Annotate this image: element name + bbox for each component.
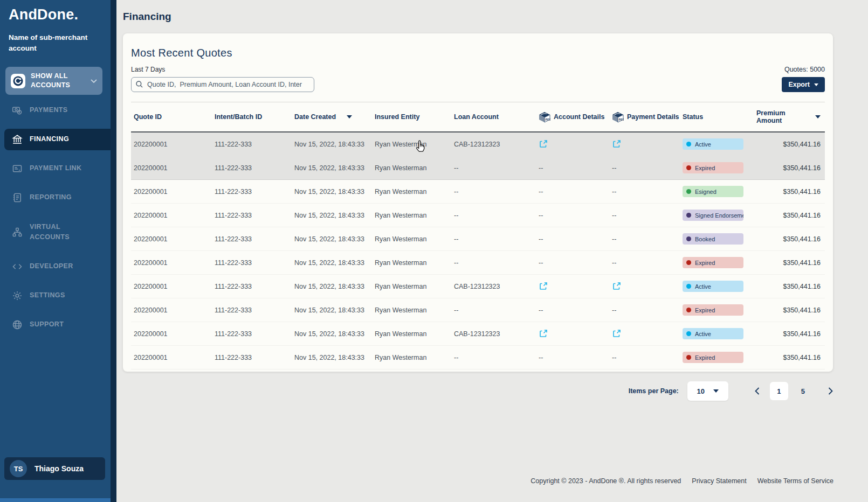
- account-details-cell: --: [536, 235, 609, 243]
- intent-batch-id-cell: 111-222-333: [212, 164, 292, 172]
- premium-amount-cell: $350,441.16: [754, 212, 825, 219]
- select-caret-icon: [713, 389, 719, 393]
- table-row[interactable]: 202200001 111-222-333 Nov 15, 2022, 18:4…: [131, 251, 825, 275]
- payment-details-cell: --: [609, 354, 680, 361]
- page-title: Financing: [123, 11, 171, 23]
- panel-title: Most Recent Quotes: [131, 47, 825, 59]
- payment-details-external-link-icon[interactable]: [609, 329, 680, 338]
- quote-id-cell: 202200001: [131, 283, 212, 290]
- premium-amount-cell: $350,441.16: [754, 188, 825, 196]
- export-button[interactable]: Export: [782, 77, 825, 92]
- terms-of-service-link[interactable]: Website Terms of Service: [757, 477, 833, 485]
- sort-desc-icon[interactable]: [815, 115, 821, 118]
- sidebar-bottom-strip: [0, 498, 111, 502]
- sidebar-item-virtual-accounts[interactable]: VIRTUAL ACCOUNTS: [0, 216, 111, 248]
- table-row[interactable]: 202200001 111-222-333 Nov 15, 2022, 18:4…: [131, 322, 825, 346]
- col-date-created[interactable]: Date Created: [292, 113, 372, 121]
- table-row[interactable]: 202200001 111-222-333 Nov 15, 2022, 18:4…: [131, 346, 825, 369]
- user-menu[interactable]: TS Thiago Souza: [4, 457, 105, 480]
- main-content: Financing Most Recent Quotes Last 7 Days…: [116, 0, 868, 502]
- account-details-cell: --: [536, 212, 609, 219]
- show-all-accounts-label: SHOW ALL ACCOUNTS: [31, 72, 85, 90]
- sidebar-item-support[interactable]: SUPPORT: [0, 314, 111, 336]
- intent-batch-id-cell: 111-222-333: [212, 235, 292, 243]
- virtual-accounts-icon: [12, 227, 23, 238]
- sidebar-nav: PAYMENTS FINANCING PAYMENT LINK REPORTIN…: [0, 100, 111, 343]
- table-row[interactable]: 202200001 111-222-333 Nov 15, 2022, 18:4…: [131, 275, 825, 298]
- sidebar-item-payments[interactable]: PAYMENTS: [0, 100, 111, 121]
- insured-entity-cell: Ryan Westerman: [372, 259, 451, 267]
- sidebar-item-payment-link[interactable]: PAYMENT LINK: [0, 158, 111, 179]
- loan-account-cell: --: [451, 354, 536, 361]
- status-dot-icon: [686, 213, 691, 218]
- account-details-external-link-icon[interactable]: [536, 140, 609, 149]
- sidebar-divider: [111, 0, 116, 502]
- intent-batch-id-cell: 111-222-333: [212, 188, 292, 196]
- table-row[interactable]: 202200001 111-222-333 Nov 15, 2022, 18:4…: [131, 227, 825, 251]
- sidebar-item-reporting[interactable]: REPORTING: [0, 187, 111, 208]
- account-details-external-link-icon[interactable]: [536, 329, 609, 338]
- sidebar-item-financing[interactable]: FINANCING: [4, 129, 111, 150]
- svg-text:PFS: PFS: [546, 118, 550, 121]
- col-status[interactable]: Status: [680, 113, 754, 121]
- gear-icon: [12, 290, 23, 301]
- date-range-label: Last 7 Days: [131, 66, 165, 73]
- loan-account-cell: --: [451, 235, 536, 243]
- footer: Copyright © 2023 - AndDone ®. All rights…: [531, 477, 833, 485]
- sort-desc-icon[interactable]: [347, 115, 352, 118]
- page-button-last[interactable]: 5: [801, 387, 805, 395]
- insured-entity-cell: Ryan Westerman: [372, 164, 451, 172]
- account-details-external-link-icon[interactable]: [536, 282, 609, 291]
- next-page-button[interactable]: [828, 387, 833, 395]
- insured-entity-cell: Ryan Westerman: [372, 306, 451, 314]
- show-all-accounts-button[interactable]: SHOW ALL ACCOUNTS: [5, 67, 102, 95]
- payments-icon: [12, 105, 23, 116]
- table-row[interactable]: 202200001 111-222-333 Nov 15, 2022, 18:4…: [131, 156, 825, 180]
- previous-page-button[interactable]: [754, 387, 760, 395]
- status-cell: Expired: [680, 304, 754, 316]
- status-cell: Active: [680, 281, 754, 292]
- payment-details-external-link-icon[interactable]: [609, 140, 680, 149]
- account-details-cell: --: [536, 354, 609, 361]
- col-quote-id[interactable]: Quote ID: [131, 113, 212, 121]
- status-cell: Expired: [680, 162, 754, 173]
- loan-account-cell: CAB-12312323: [451, 283, 536, 290]
- search-input[interactable]: [131, 77, 314, 92]
- report-icon: [12, 192, 23, 203]
- status-cell: Signed Endorseme..: [680, 210, 754, 221]
- table-header: Quote ID Intent/Batch ID Date Created In…: [131, 102, 825, 133]
- col-intent-batch-id[interactable]: Intent/Batch ID: [212, 113, 292, 121]
- col-payment-details[interactable]: PFS Payment Details: [609, 111, 680, 123]
- date-created-cell: Nov 15, 2022, 18:43:33: [292, 306, 372, 314]
- table-row[interactable]: 202200001 111-222-333 Nov 15, 2022, 18:4…: [131, 180, 825, 204]
- quote-id-cell: 202200001: [131, 212, 212, 219]
- premium-amount-cell: $350,441.16: [754, 235, 825, 243]
- privacy-statement-link[interactable]: Privacy Statement: [692, 477, 746, 485]
- avatar: TS: [10, 460, 27, 477]
- loan-account-cell: --: [451, 306, 536, 314]
- col-account-details[interactable]: PFS Account Details: [536, 111, 609, 123]
- payment-details-cell: --: [609, 212, 680, 219]
- status-badge: Active: [683, 328, 743, 339]
- sidebar-item-developer[interactable]: DEVELOPER: [0, 256, 111, 277]
- date-created-cell: Nov 15, 2022, 18:43:33: [292, 354, 372, 361]
- page-button-current[interactable]: 1: [770, 382, 788, 400]
- date-created-cell: Nov 15, 2022, 18:43:33: [292, 164, 372, 172]
- table-row[interactable]: 202200001 111-222-333 Nov 15, 2022, 18:4…: [131, 133, 825, 156]
- payment-details-cell: --: [609, 164, 680, 172]
- payment-details-external-link-icon[interactable]: [609, 282, 680, 291]
- col-loan-account[interactable]: Loan Account: [451, 113, 536, 121]
- page-size-select[interactable]: 10: [687, 381, 728, 401]
- date-created-cell: Nov 15, 2022, 18:43:33: [292, 235, 372, 243]
- status-cell: Active: [680, 328, 754, 339]
- col-insured-entity[interactable]: Insured Entity: [372, 113, 451, 121]
- status-dot-icon: [686, 142, 691, 147]
- premium-amount-cell: $350,441.16: [754, 164, 825, 172]
- sidebar-item-settings[interactable]: SETTINGS: [0, 285, 111, 306]
- pfs-cube-icon: PFS: [612, 111, 624, 123]
- col-premium-amount[interactable]: Premium Amount: [754, 109, 825, 124]
- loan-account-cell: --: [451, 212, 536, 219]
- table-row[interactable]: 202200001 111-222-333 Nov 15, 2022, 18:4…: [131, 204, 825, 227]
- table-row[interactable]: 202200001 111-222-333 Nov 15, 2022, 18:4…: [131, 298, 825, 322]
- intent-batch-id-cell: 111-222-333: [212, 306, 292, 314]
